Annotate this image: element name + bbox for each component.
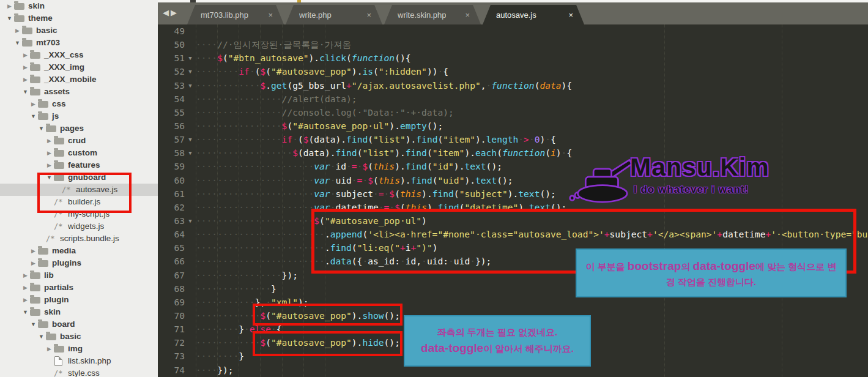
code-line-54[interactable]: 54················//alert(data);	[158, 92, 868, 106]
sidebar-item-partials[interactable]: ▶partials	[0, 282, 158, 294]
chevron-right-icon[interactable]: ▶	[21, 282, 30, 294]
line-number: 61	[158, 187, 185, 201]
fold-arrow-icon[interactable]: ▼	[185, 65, 196, 78]
chevron-right-icon[interactable]: ▶	[21, 49, 30, 61]
fold-arrow-icon[interactable]: ▼	[185, 214, 196, 228]
sidebar-item--XXX-css[interactable]: ▶_XXX_css	[0, 49, 158, 61]
tab-nav-right-icon[interactable]: ▶	[171, 8, 179, 17]
sidebar-item-plugin[interactable]: ▶plugin	[0, 294, 158, 306]
sidebar-item-lib[interactable]: ▶lib	[0, 269, 158, 282]
sidebar-item-pages[interactable]: ▼pages	[0, 122, 158, 135]
chevron-right-icon[interactable]: ▶	[45, 343, 54, 355]
code-line-69[interactable]: 69···········},·"xml");	[158, 296, 868, 309]
chevron-down-icon[interactable]: ▼	[21, 86, 30, 98]
sidebar-item-builder-js[interactable]: /*builder.js	[0, 196, 158, 208]
sidebar-item-media[interactable]: ▶media	[0, 245, 158, 257]
sidebar-item-list-skin-php[interactable]: list.skin.php	[0, 355, 158, 367]
code-line-56[interactable]: 56················$("#autosave_pop·ul").…	[158, 119, 868, 133]
code-line-50[interactable]: 50····//·임시저장된·글목록을·가져옴	[158, 38, 868, 51]
code-line-53[interactable]: 53▼············$.get(g5_bbs_url+"/ajax.a…	[158, 79, 868, 92]
sidebar-item-label: img	[68, 343, 83, 355]
sidebar-item-label: _XXX_css	[44, 49, 84, 61]
sidebar-item-plugins[interactable]: ▶plugins	[0, 257, 158, 269]
fold-arrow-icon[interactable]: ▼	[185, 133, 196, 146]
chevron-down-icon[interactable]: ▼	[37, 122, 46, 135]
line-number: 71	[158, 323, 185, 336]
tab-label: mt703.lib.php	[201, 10, 248, 20]
folder-icon	[38, 248, 48, 255]
code-line-63[interactable]: 63▼······················$("#autosave_po…	[158, 214, 868, 228]
sidebar-item--XXX-img[interactable]: ▶_XXX_img	[0, 61, 158, 73]
chevron-down-icon[interactable]: ▼	[37, 330, 46, 343]
sidebar-item-gnuboard[interactable]: ▼gnuboard	[0, 171, 158, 184]
folder-icon	[30, 272, 40, 279]
chevron-down-icon[interactable]: ▼	[45, 171, 54, 184]
tab-label: write.skin.php	[398, 10, 446, 20]
chevron-right-icon[interactable]: ▶	[29, 98, 38, 110]
sidebar-item-board[interactable]: ▼board	[0, 318, 158, 330]
chevron-right-icon[interactable]: ▶	[45, 135, 54, 147]
sidebar-item-label: js	[52, 110, 59, 122]
folder-icon	[38, 260, 48, 267]
chevron-right-icon[interactable]: ▶	[21, 73, 30, 86]
tab-write-skin-php[interactable]: write.skin.php×	[384, 5, 481, 24]
line-number: 65	[158, 241, 185, 255]
sidebar-item-js[interactable]: ▼js	[0, 110, 158, 122]
sidebar-item-autosave-js[interactable]: /*autosave.js	[0, 184, 158, 196]
sidebar-item-label: board	[52, 318, 75, 330]
code-line-57[interactable]: 57▼················if·($(data).find("lis…	[158, 133, 868, 146]
chevron-down-icon[interactable]: ▼	[13, 37, 22, 49]
line-number: 69	[158, 296, 185, 309]
sidebar-item-my-script-js[interactable]: /*my-script.js	[0, 208, 158, 220]
sidebar-item-theme[interactable]: ▼theme	[0, 12, 158, 24]
tab-nav-left-icon[interactable]: ◀	[163, 8, 171, 17]
tab-nav-arrows[interactable]: ◀▶	[163, 8, 179, 17]
code-line-51[interactable]: 51▼····$("#btn_autosave").click(function…	[158, 51, 868, 65]
chevron-right-icon[interactable]: ▶	[45, 147, 54, 159]
chevron-right-icon[interactable]: ▶	[21, 294, 30, 306]
sidebar-item-basic[interactable]: ▼basic	[0, 330, 158, 343]
close-icon[interactable]: ×	[460, 10, 470, 20]
sidebar-item-label: pages	[60, 122, 84, 135]
sidebar-item-assets[interactable]: ▼assets	[0, 86, 158, 98]
code-line-52[interactable]: 52▼········if·($("#autosave_pop").is(":h…	[158, 65, 868, 78]
tab-write-php[interactable]: write.php×	[286, 5, 382, 24]
sidebar-item-skin[interactable]: ▶skin	[0, 0, 158, 12]
tab-mt703-lib-php[interactable]: mt703.lib.php×	[187, 5, 284, 24]
sidebar-item-scripts-bundle-js[interactable]: /*scripts.bundle.js	[0, 233, 158, 245]
chevron-right-icon[interactable]: ▶	[29, 245, 38, 257]
sidebar-item-features[interactable]: ▶features	[0, 159, 158, 171]
code-line-55[interactable]: 55················//console.log(·"Data:·…	[158, 106, 868, 119]
sidebar-item-css[interactable]: ▶css	[0, 98, 158, 110]
sidebar-item-custom[interactable]: ▶custom	[0, 147, 158, 159]
line-number: 56	[158, 119, 185, 133]
chevron-right-icon[interactable]: ▶	[13, 24, 22, 37]
sidebar-item--XXX-mobile[interactable]: ▶_XXX_mobile	[0, 73, 158, 86]
sidebar-item-widgets-js[interactable]: /*widgets.js	[0, 220, 158, 233]
close-icon[interactable]: ×	[263, 10, 273, 20]
close-icon[interactable]: ×	[362, 10, 371, 20]
chevron-down-icon[interactable]: ▼	[29, 110, 38, 122]
chevron-down-icon[interactable]: ▼	[29, 318, 38, 330]
sidebar-item-img[interactable]: ▶img	[0, 343, 158, 355]
fold-arrow-icon[interactable]: ▼	[185, 79, 196, 92]
sidebar-item-skin[interactable]: ▼skin	[0, 306, 158, 318]
sidebar-item-basic[interactable]: ▶basic	[0, 24, 158, 37]
sidebar-item-mt703[interactable]: ▼mt703	[0, 37, 158, 49]
fold-arrow-icon[interactable]: ▼	[185, 146, 196, 160]
tab-autosave-js[interactable]: autosave.js×	[483, 5, 584, 24]
code-line-64[interactable]: 64························.append('<li><…	[158, 228, 868, 241]
close-icon[interactable]: ×	[563, 10, 573, 20]
chevron-right-icon[interactable]: ▶	[5, 0, 14, 12]
fold-arrow-icon[interactable]: ▼	[185, 51, 196, 65]
chevron-right-icon[interactable]: ▶	[21, 269, 30, 282]
sidebar-item-style-css[interactable]: /*style.css	[0, 367, 158, 377]
chevron-down-icon[interactable]: ▼	[5, 12, 14, 24]
sidebar-item-crud[interactable]: ▶crud	[0, 135, 158, 147]
chevron-right-icon[interactable]: ▶	[21, 61, 30, 73]
code-text: ························.append('<li><a·…	[196, 229, 868, 239]
chevron-right-icon[interactable]: ▶	[45, 159, 54, 171]
code-line-49[interactable]: 49	[158, 24, 868, 38]
chevron-right-icon[interactable]: ▶	[29, 257, 38, 269]
chevron-down-icon[interactable]: ▼	[21, 306, 30, 318]
